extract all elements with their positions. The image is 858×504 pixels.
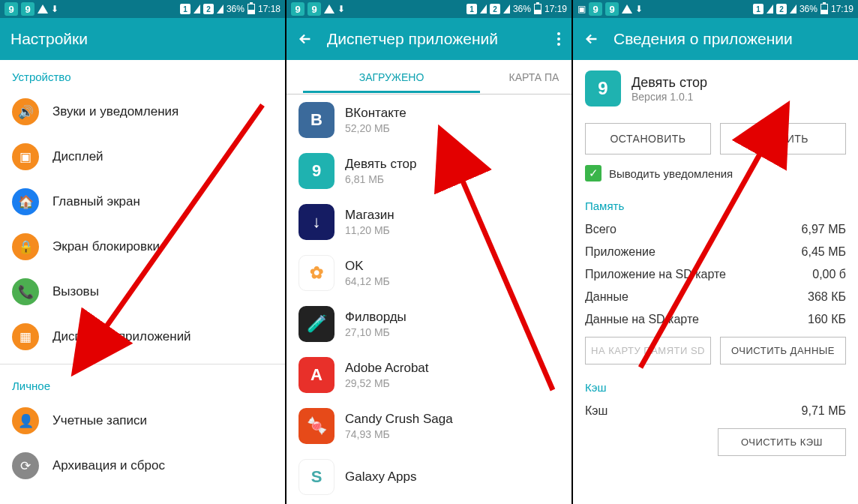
row-app: Приложение6,45 МБ [573, 241, 858, 263]
section-cache: Кэш [573, 370, 858, 400]
account-icon: 👤 [12, 407, 39, 434]
app-row-ok[interactable]: ✿ OK 64,12 МБ [286, 248, 572, 298]
tab-downloaded[interactable]: ЗАГРУЖЕНО [286, 62, 496, 92]
status-bar: ▣ 9 9 ⬇ 1 2 36% 17:19 [573, 0, 858, 18]
download-icon: ⬇ [635, 4, 643, 14]
item-label: Главный экран [52, 194, 140, 209]
notif-icon: 9 [4, 2, 18, 16]
app-icon: B [298, 102, 334, 138]
battery-pct: 36% [226, 4, 244, 14]
app-icon: ↓ [298, 204, 334, 240]
app-name: OK [345, 259, 390, 274]
phone-icon: 📞 [12, 278, 39, 305]
screen-app-info: ▣ 9 9 ⬇ 1 2 36% 17:19 Сведения о приложе… [573, 0, 858, 504]
section-device: Устройство [0, 60, 285, 89]
warning-icon [38, 4, 48, 14]
app-name: Galaxy Apps [345, 470, 416, 484]
app-bar: Сведения о приложении [573, 18, 858, 60]
display-icon: ▣ [12, 143, 39, 170]
delete-button[interactable]: УДАЛИТЬ [720, 123, 846, 154]
item-label: Дисплей [52, 149, 104, 164]
overflow-menu[interactable] [556, 32, 561, 46]
app-row-candy[interactable]: 🍬 Candy Crush Saga 74,93 МБ [286, 400, 572, 452]
app-icon: 9 [298, 153, 334, 189]
sim2-icon: 2 [776, 4, 787, 14]
lock-icon: 🔒 [12, 233, 39, 260]
download-icon: ⬇ [51, 4, 58, 14]
notif-icon: 9 [21, 2, 34, 16]
tabs: ЗАГРУЖЕНО КАРТА ПА [286, 60, 572, 94]
notify-checkbox-row[interactable]: ✓ Выводить уведомления [573, 160, 858, 189]
checkbox-icon: ✓ [585, 165, 602, 182]
item-app-manager[interactable]: ▦ Диспетчер приложений [0, 314, 285, 359]
item-label: Звуки и уведомления [52, 104, 178, 119]
app-size: 52,20 МБ [345, 122, 406, 134]
item-backup[interactable]: ⟳ Архивация и сброс [0, 443, 285, 488]
item-accounts[interactable]: 👤 Учетные записи [0, 398, 285, 443]
item-label: Архивация и сброс [52, 458, 165, 473]
warning-icon [324, 4, 334, 14]
back-button[interactable] [297, 31, 314, 47]
app-name: Adobe Acrobat [345, 361, 429, 376]
app-row-store[interactable]: ↓ Магазин 11,20 МБ [286, 196, 572, 248]
app-name: Candy Crush Saga [345, 412, 453, 427]
app-row-filwords[interactable]: 🧪 Филворды 27,10 МБ [286, 298, 572, 350]
svg-point-1 [557, 32, 560, 35]
row-data-sd: Данные на SD карте160 КБ [573, 308, 858, 331]
app-name: Филворды [345, 310, 406, 325]
app-row-vk[interactable]: B ВКонтакте 52,20 МБ [286, 94, 572, 146]
item-sound[interactable]: 🔊 Звуки и уведомления [0, 89, 285, 134]
item-home[interactable]: 🏠 Главный экран [0, 179, 285, 224]
app-icon: S [298, 459, 334, 495]
sim1-icon: 1 [753, 4, 764, 14]
stop-button[interactable]: ОСТАНОВИТЬ [585, 123, 711, 154]
app-size: 74,93 МБ [345, 428, 453, 440]
app-name: Девять стор [632, 75, 707, 91]
clear-cache-button[interactable]: ОЧИСТИТЬ КЭШ [718, 428, 846, 456]
battery-pct: 36% [800, 4, 818, 14]
signal-icon [480, 4, 487, 14]
sim2-icon: 2 [490, 4, 500, 14]
signal-icon [790, 4, 796, 14]
sound-icon: 🔊 [12, 98, 39, 125]
clock: 17:18 [258, 4, 280, 14]
icon: ▣ [578, 4, 586, 14]
row-app-sd: Приложение на SD карте0,00 б [573, 263, 858, 286]
item-display[interactable]: ▣ Дисплей [0, 134, 285, 179]
signal-icon [503, 4, 510, 14]
app-icon: 9 [585, 70, 621, 106]
notif-icon: 9 [589, 2, 602, 16]
app-row-acrobat[interactable]: A Adobe Acrobat 29,52 МБ [286, 350, 572, 400]
battery-icon [820, 4, 828, 14]
app-name: Девять стор [345, 157, 416, 172]
item-label: Вызовы [52, 284, 99, 299]
app-size: 64,12 МБ [345, 275, 390, 287]
app-name: Магазин [345, 208, 394, 223]
battery-icon [248, 4, 255, 14]
row-total: Всего6,97 МБ [573, 218, 858, 241]
signal-icon [217, 4, 224, 14]
back-button[interactable] [584, 31, 600, 47]
section-personal: Личное [0, 369, 285, 398]
screen-settings: 9 9 ⬇ 1 2 36% 17:18 Настройки Устройство… [0, 0, 285, 504]
svg-point-2 [557, 38, 560, 40]
page-title: Настройки [10, 30, 274, 48]
app-row-galaxy[interactable]: S Galaxy Apps [286, 452, 572, 502]
section-memory: Память [573, 189, 858, 218]
notif-icon: 9 [308, 2, 321, 16]
clear-data-button[interactable]: ОЧИСТИТЬ ДАННЫЕ [720, 337, 846, 364]
app-row-nine[interactable]: 9 Девять стор 6,81 МБ [286, 146, 572, 196]
app-size: 27,10 МБ [345, 326, 406, 338]
download-icon: ⬇ [338, 4, 345, 14]
signal-icon [194, 4, 200, 14]
checkbox-label: Выводить уведомления [609, 167, 733, 180]
sim1-icon: 1 [180, 4, 190, 14]
item-label: Экран блокировки [52, 239, 160, 254]
sim1-icon: 1 [466, 4, 477, 14]
item-lock[interactable]: 🔒 Экран блокировки [0, 224, 285, 269]
clock: 17:19 [544, 4, 567, 14]
tab-sdcard[interactable]: КАРТА ПА [496, 62, 572, 92]
app-icon: 🧪 [298, 306, 334, 342]
warning-icon [622, 4, 632, 14]
item-calls[interactable]: 📞 Вызовы [0, 269, 285, 314]
